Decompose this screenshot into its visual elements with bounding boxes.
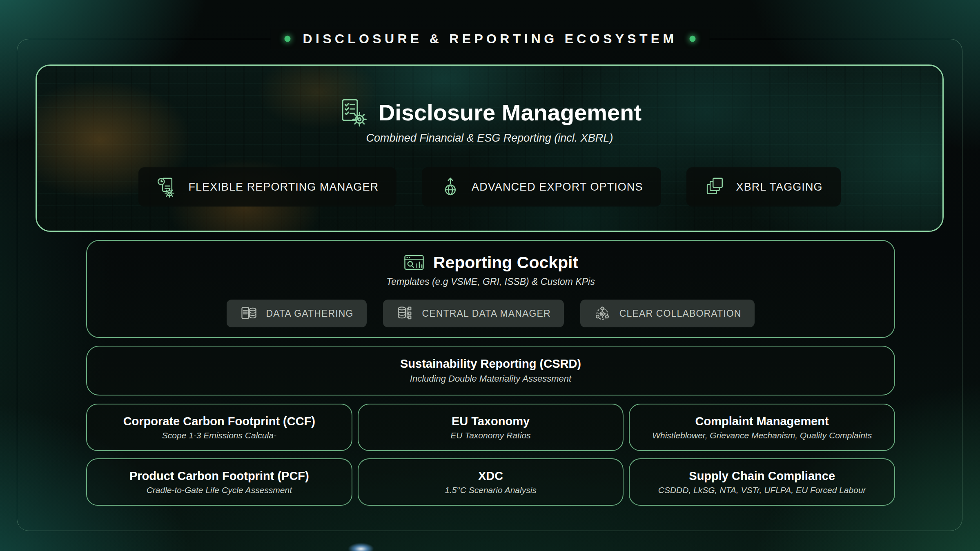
cockpit-title: Reporting Cockpit — [433, 253, 578, 272]
document-checklist-gear-icon — [338, 98, 367, 127]
module-xdc-card: XDC 1.5°C Scenario Analysis — [358, 458, 624, 506]
collaboration-gear-icon — [593, 304, 611, 322]
disclosure-management-card: Disclosure Management Combined Financial… — [36, 64, 944, 232]
module-subtitle: Whistleblower, Grievance Mechanism, Qual… — [652, 431, 872, 440]
module-title: Corporate Carbon Footprint (CCF) — [123, 415, 315, 428]
module-subtitle: EU Taxonomy Ratios — [450, 431, 530, 440]
stacked-documents-icon — [704, 176, 726, 198]
hero-feature-buttons: FLEXIBLE REPORTING MANAGER ADVANCED EXPO… — [138, 167, 840, 207]
page-title: DISCLOSURE & REPORTING ECOSYSTEM — [303, 31, 677, 47]
button-label: CENTRAL DATA MANAGER — [422, 308, 551, 319]
report-clock-gear-icon — [156, 176, 178, 198]
cockpit-subtitle: Templates (e.g VSME, GRI, ISSB) & Custom… — [386, 276, 595, 287]
dashboard-chart-icon — [403, 251, 425, 273]
button-label: XBRL TAGGING — [736, 181, 823, 193]
button-label: FLEXIBLE REPORTING MANAGER — [188, 181, 379, 193]
module-grid: Corporate Carbon Footprint (CCF) Scope 1… — [86, 404, 895, 506]
module-title: Supply Chain Compliance — [689, 469, 835, 483]
module-subtitle: Scope 1-3 Emissions Calcula- — [162, 431, 276, 440]
hero-title: Disclosure Management — [379, 99, 641, 126]
button-label: DATA GATHERING — [266, 308, 353, 319]
module-subtitle: Cradle-to-Gate Life Cycle Assessment — [147, 485, 292, 495]
button-label: ADVANCED EXPORT OPTIONS — [472, 181, 643, 193]
module-pcf-card: Product Carbon Footprint (PCF) Cradle-to… — [86, 458, 352, 506]
module-eu-taxonomy-card: EU Taxonomy EU Taxonomy Ratios — [358, 404, 624, 451]
cockpit-feature-buttons: DATA GATHERING CENTRAL DATA MANAGER — [227, 300, 754, 327]
module-supply-chain-compliance-card: Supply Chain Compliance CSDDD, LkSG, NTA… — [629, 458, 895, 506]
module-title: Product Carbon Footprint (PCF) — [129, 469, 309, 483]
data-gathering-button[interactable]: DATA GATHERING — [227, 300, 366, 327]
central-data-manager-button[interactable]: CENTRAL DATA MANAGER — [383, 300, 564, 327]
module-title: EU Taxonomy — [452, 415, 530, 428]
advanced-export-options-button[interactable]: ADVANCED EXPORT OPTIONS — [422, 167, 661, 207]
title-bar: DISCLOSURE & REPORTING ECOSYSTEM — [271, 29, 710, 49]
xbrl-tagging-button[interactable]: XBRL TAGGING — [686, 167, 841, 207]
module-subtitle: 1.5°C Scenario Analysis — [445, 485, 537, 495]
document-database-icon — [240, 304, 258, 322]
button-label: CLEAR COLLABORATION — [619, 308, 742, 319]
globe-export-icon — [440, 176, 461, 198]
module-complaint-management-card: Complaint Management Whistleblower, Grie… — [629, 404, 895, 451]
flexible-reporting-manager-button[interactable]: FLEXIBLE REPORTING MANAGER — [138, 167, 396, 207]
database-network-icon — [396, 304, 414, 322]
sustainability-reporting-csrd-card: Sustainability Reporting (CSRD) Includin… — [86, 346, 895, 395]
partial-logo-glow — [348, 543, 374, 551]
clear-collaboration-button[interactable]: CLEAR COLLABORATION — [580, 300, 755, 327]
module-ccf-card: Corporate Carbon Footprint (CCF) Scope 1… — [86, 404, 352, 451]
title-dot-left — [285, 36, 291, 42]
title-dot-right — [689, 36, 695, 42]
csrd-subtitle: Including Double Materiality Assessment — [410, 373, 571, 384]
reporting-cockpit-card: Reporting Cockpit Templates (e.g VSME, G… — [86, 240, 895, 338]
module-subtitle: CSDDD, LkSG, NTA, VSTr, UFLPA, EU Forced… — [658, 485, 866, 495]
ecosystem-diagram: DISCLOSURE & REPORTING ECOSYSTEM — [0, 0, 980, 551]
csrd-title: Sustainability Reporting (CSRD) — [400, 357, 581, 371]
module-title: Complaint Management — [695, 415, 829, 428]
module-title: XDC — [478, 469, 503, 483]
hero-subtitle: Combined Financial & ESG Reporting (incl… — [366, 132, 613, 144]
